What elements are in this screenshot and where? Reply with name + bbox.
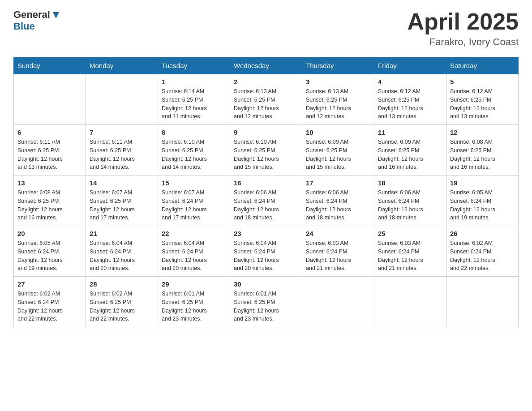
day-info: Sunrise: 6:07 AMSunset: 6:24 PMDaylight:… — [162, 188, 226, 222]
day-number: 5 — [450, 78, 515, 86]
logo-general-text: General — [13, 9, 50, 21]
day-number: 9 — [234, 128, 298, 136]
day-info: Sunrise: 6:09 AMSunset: 6:25 PMDaylight:… — [378, 138, 442, 171]
subtitle: Farakro, Ivory Coast — [407, 36, 519, 48]
calendar-cell: 17Sunrise: 6:06 AMSunset: 6:24 PMDayligh… — [302, 176, 374, 226]
day-number: 14 — [90, 179, 154, 187]
calendar-cell: 10Sunrise: 6:09 AMSunset: 6:25 PMDayligh… — [302, 125, 374, 176]
day-number: 28 — [90, 280, 154, 288]
calendar-header-sunday: Sunday — [14, 57, 86, 74]
day-number: 13 — [17, 179, 82, 187]
calendar-cell: 7Sunrise: 6:11 AMSunset: 6:25 PMDaylight… — [86, 125, 158, 176]
calendar-cell: 27Sunrise: 6:02 AMSunset: 6:24 PMDayligh… — [14, 277, 86, 327]
day-info: Sunrise: 6:01 AMSunset: 6:25 PMDaylight:… — [162, 290, 226, 323]
day-info: Sunrise: 6:07 AMSunset: 6:25 PMDaylight:… — [90, 188, 154, 222]
day-info: Sunrise: 6:09 AMSunset: 6:25 PMDaylight:… — [306, 138, 370, 171]
calendar-cell — [446, 277, 519, 327]
day-info: Sunrise: 6:04 AMSunset: 6:24 PMDaylight:… — [234, 239, 298, 273]
logo-blue-text: Blue — [13, 21, 35, 32]
calendar-cell — [86, 74, 158, 125]
calendar-week-row: 6Sunrise: 6:11 AMSunset: 6:25 PMDaylight… — [14, 125, 519, 176]
calendar-cell: 24Sunrise: 6:03 AMSunset: 6:24 PMDayligh… — [302, 226, 374, 277]
day-info: Sunrise: 6:02 AMSunset: 6:25 PMDaylight:… — [90, 290, 154, 323]
calendar-header-row: SundayMondayTuesdayWednesdayThursdayFrid… — [14, 57, 519, 74]
day-info: Sunrise: 6:02 AMSunset: 6:24 PMDaylight:… — [450, 239, 515, 273]
calendar-cell: 4Sunrise: 6:12 AMSunset: 6:25 PMDaylight… — [374, 74, 446, 125]
day-number: 25 — [378, 230, 442, 237]
day-number: 7 — [90, 128, 154, 136]
calendar-week-row: 20Sunrise: 6:05 AMSunset: 6:24 PMDayligh… — [14, 226, 519, 277]
calendar-cell: 22Sunrise: 6:04 AMSunset: 6:24 PMDayligh… — [158, 226, 230, 277]
day-number: 29 — [162, 280, 226, 288]
calendar-cell: 14Sunrise: 6:07 AMSunset: 6:25 PMDayligh… — [86, 176, 158, 226]
calendar-cell: 23Sunrise: 6:04 AMSunset: 6:24 PMDayligh… — [230, 226, 302, 277]
calendar-header-monday: Monday — [86, 57, 158, 74]
day-info: Sunrise: 6:14 AMSunset: 6:25 PMDaylight:… — [162, 87, 226, 121]
day-info: Sunrise: 6:04 AMSunset: 6:24 PMDaylight:… — [162, 239, 226, 273]
calendar-cell: 19Sunrise: 6:05 AMSunset: 6:24 PMDayligh… — [446, 176, 519, 226]
day-info: Sunrise: 6:08 AMSunset: 6:25 PMDaylight:… — [450, 138, 515, 171]
calendar-cell: 16Sunrise: 6:06 AMSunset: 6:24 PMDayligh… — [230, 176, 302, 226]
day-info: Sunrise: 6:08 AMSunset: 6:25 PMDaylight:… — [17, 188, 82, 222]
calendar-cell: 3Sunrise: 6:13 AMSunset: 6:25 PMDaylight… — [302, 74, 374, 125]
calendar-header-wednesday: Wednesday — [230, 57, 302, 74]
day-info: Sunrise: 6:04 AMSunset: 6:24 PMDaylight:… — [90, 239, 154, 273]
calendar-header-friday: Friday — [374, 57, 446, 74]
calendar-cell: 13Sunrise: 6:08 AMSunset: 6:25 PMDayligh… — [14, 176, 86, 226]
day-info: Sunrise: 6:10 AMSunset: 6:25 PMDaylight:… — [162, 138, 226, 171]
day-info: Sunrise: 6:12 AMSunset: 6:25 PMDaylight:… — [378, 87, 442, 121]
day-info: Sunrise: 6:03 AMSunset: 6:24 PMDaylight:… — [306, 239, 370, 273]
day-number: 11 — [378, 128, 442, 136]
day-info: Sunrise: 6:02 AMSunset: 6:24 PMDaylight:… — [17, 290, 82, 323]
calendar-cell: 21Sunrise: 6:04 AMSunset: 6:24 PMDayligh… — [86, 226, 158, 277]
calendar-cell: 5Sunrise: 6:12 AMSunset: 6:25 PMDaylight… — [446, 74, 519, 125]
calendar-cell: 11Sunrise: 6:09 AMSunset: 6:25 PMDayligh… — [374, 125, 446, 176]
calendar-cell: 26Sunrise: 6:02 AMSunset: 6:24 PMDayligh… — [446, 226, 519, 277]
calendar-cell: 2Sunrise: 6:13 AMSunset: 6:25 PMDaylight… — [230, 74, 302, 125]
calendar-cell: 28Sunrise: 6:02 AMSunset: 6:25 PMDayligh… — [86, 277, 158, 327]
title-block: April 2025 Farakro, Ivory Coast — [407, 9, 519, 48]
calendar-header-tuesday: Tuesday — [158, 57, 230, 74]
day-info: Sunrise: 6:06 AMSunset: 6:24 PMDaylight:… — [234, 188, 298, 222]
calendar-week-row: 1Sunrise: 6:14 AMSunset: 6:25 PMDaylight… — [14, 74, 519, 125]
calendar-cell: 15Sunrise: 6:07 AMSunset: 6:24 PMDayligh… — [158, 176, 230, 226]
calendar-cell — [374, 277, 446, 327]
logo: General Blue — [13, 9, 61, 32]
calendar-table: SundayMondayTuesdayWednesdayThursdayFrid… — [13, 57, 519, 327]
day-info: Sunrise: 6:12 AMSunset: 6:25 PMDaylight:… — [450, 87, 515, 121]
day-number: 12 — [450, 128, 515, 136]
day-number: 18 — [378, 179, 442, 187]
calendar-cell: 6Sunrise: 6:11 AMSunset: 6:25 PMDaylight… — [14, 125, 86, 176]
day-number: 23 — [234, 230, 298, 237]
day-number: 17 — [306, 179, 370, 187]
day-info: Sunrise: 6:13 AMSunset: 6:25 PMDaylight:… — [234, 87, 298, 121]
day-info: Sunrise: 6:10 AMSunset: 6:25 PMDaylight:… — [234, 138, 298, 171]
day-number: 16 — [234, 179, 298, 187]
day-number: 24 — [306, 230, 370, 237]
main-title: April 2025 — [407, 9, 519, 34]
calendar-cell: 25Sunrise: 6:03 AMSunset: 6:24 PMDayligh… — [374, 226, 446, 277]
day-number: 22 — [162, 230, 226, 237]
calendar-cell: 30Sunrise: 6:01 AMSunset: 6:25 PMDayligh… — [230, 277, 302, 327]
day-info: Sunrise: 6:13 AMSunset: 6:25 PMDaylight:… — [306, 87, 370, 121]
svg-marker-0 — [53, 12, 59, 18]
day-number: 26 — [450, 230, 515, 237]
day-info: Sunrise: 6:06 AMSunset: 6:24 PMDaylight:… — [306, 188, 370, 222]
calendar-cell: 29Sunrise: 6:01 AMSunset: 6:25 PMDayligh… — [158, 277, 230, 327]
calendar-cell — [302, 277, 374, 327]
calendar-cell: 20Sunrise: 6:05 AMSunset: 6:24 PMDayligh… — [14, 226, 86, 277]
day-number: 3 — [306, 78, 370, 86]
day-info: Sunrise: 6:11 AMSunset: 6:25 PMDaylight:… — [17, 138, 82, 171]
page-header: General Blue April 2025 Farakro, Ivory C… — [13, 9, 519, 48]
day-number: 1 — [162, 78, 226, 86]
day-number: 27 — [17, 280, 82, 288]
day-number: 8 — [162, 128, 226, 136]
day-info: Sunrise: 6:11 AMSunset: 6:25 PMDaylight:… — [90, 138, 154, 171]
day-number: 10 — [306, 128, 370, 136]
day-number: 19 — [450, 179, 515, 187]
calendar-cell: 12Sunrise: 6:08 AMSunset: 6:25 PMDayligh… — [446, 125, 519, 176]
calendar-cell: 1Sunrise: 6:14 AMSunset: 6:25 PMDaylight… — [158, 74, 230, 125]
calendar-cell: 9Sunrise: 6:10 AMSunset: 6:25 PMDaylight… — [230, 125, 302, 176]
day-number: 20 — [17, 230, 82, 237]
calendar-cell — [14, 74, 86, 125]
